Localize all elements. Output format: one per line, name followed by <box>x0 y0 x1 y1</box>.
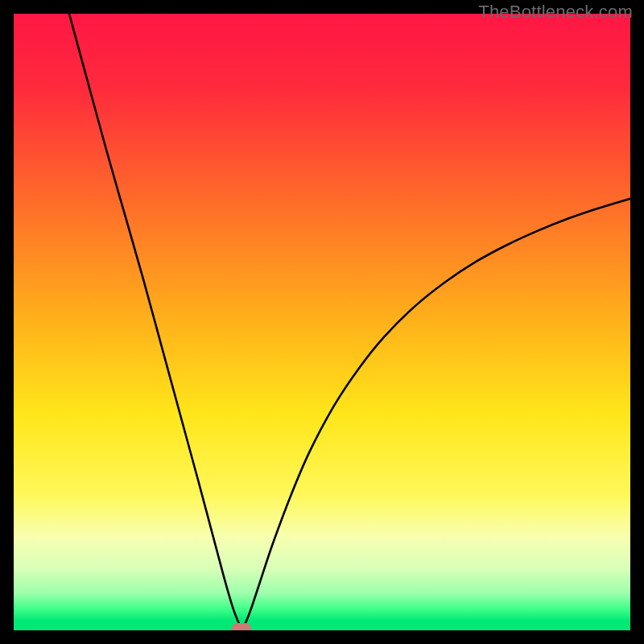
optimal-point-marker <box>232 623 251 630</box>
bottleneck-curve <box>69 14 630 629</box>
chart-frame: TheBottleneck.com <box>0 0 644 644</box>
curve-layer <box>14 14 630 630</box>
watermark-text: TheBottleneck.com <box>478 2 633 23</box>
plot-area <box>14 14 630 630</box>
